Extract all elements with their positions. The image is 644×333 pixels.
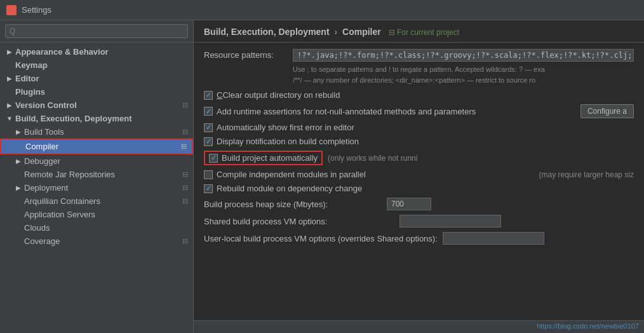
checkbox-build-auto[interactable] — [209, 154, 218, 163]
arrow-placeholder — [14, 170, 23, 179]
sidebar-item-deployment[interactable]: Deployment ⊟ — [0, 181, 193, 194]
checkbox-clear-output[interactable] — [204, 91, 213, 100]
sidebar-item-app-servers[interactable]: Application Servers — [0, 208, 193, 221]
checkbox-row-clear-output: CClear output directory on rebuild — [204, 90, 634, 100]
sync-icon: ⊟ — [182, 237, 188, 245]
checkbox-label-show-first-error: Automatically show first error in editor — [217, 123, 354, 132]
sidebar-item-label: Build, Execution, Deployment — [15, 114, 188, 123]
breadcrumb: Build, Execution, Deployment — [204, 27, 330, 37]
sidebar-item-label: Debugger — [24, 156, 188, 166]
sidebar-item-label: Arquillian Containers — [24, 196, 182, 206]
arrow-icon — [5, 101, 14, 110]
sidebar-item-label: Editor — [15, 74, 188, 83]
configure-button[interactable]: Configure a — [580, 104, 634, 118]
sidebar-item-editor[interactable]: Editor — [0, 72, 193, 85]
checkbox-row-show-first-error: Automatically show first error in editor — [204, 123, 634, 132]
vm-label: Shared build process VM options: — [204, 217, 394, 226]
hint-text-1: Use ; to separate patterns and ! to nega… — [293, 64, 634, 85]
compile-parallel-sidenote: (may require larger heap siz — [539, 170, 634, 179]
search-input[interactable] — [5, 24, 188, 38]
resource-patterns-label: Resource patterns: — [204, 49, 293, 60]
sidebar-item-arquillian[interactable]: Arquillian Containers ⊟ — [0, 194, 193, 208]
checkbox-row-compile-parallel: Compile independent modules in parallel … — [204, 170, 634, 179]
arrow-placeholder — [5, 88, 14, 97]
sidebar-item-appearance[interactable]: Appearance & Behavior — [0, 45, 193, 58]
checkbox-row-runtime-assertions: Add runtime assertions for not-null-anno… — [204, 104, 634, 118]
heap-label: Build process heap size (Mbytes): — [204, 200, 382, 209]
status-bar: https://blog.csdn.net/newbie0107 — [194, 320, 644, 333]
user-vm-input[interactable] — [443, 232, 544, 245]
sidebar-item-label: Clouds — [24, 223, 188, 233]
sidebar-item-plugins[interactable]: Plugins — [0, 85, 193, 99]
project-note: ⊟ For current project — [389, 28, 459, 37]
sidebar-item-coverage[interactable]: Coverage ⊟ — [0, 234, 193, 248]
build-auto-sidenote: (only works while not runni — [328, 154, 417, 163]
arrow-placeholder — [15, 142, 24, 151]
arrow-icon — [14, 128, 23, 137]
breadcrumb-separator: › — [334, 27, 337, 37]
checkbox-compile-parallel[interactable] — [204, 170, 213, 179]
resource-patterns-input[interactable]: !?*.java;!?*.form;!?*.class;!?*.groovy;!… — [293, 49, 634, 62]
sync-icon: ⊟ — [182, 170, 188, 179]
checkbox-show-first-error[interactable] — [204, 123, 213, 132]
checkbox-label-runtime-assertions: Add runtime assertions for not-null-anno… — [217, 107, 476, 116]
checkbox-rebuild-module[interactable] — [204, 184, 213, 193]
arrow-placeholder — [14, 224, 23, 233]
sidebar-item-label: Version Control — [15, 100, 182, 110]
sidebar-item-label: Appearance & Behavior — [15, 47, 188, 57]
arrow-icon — [14, 157, 23, 166]
sync-icon: ⊟ — [182, 128, 188, 136]
checkbox-runtime-assertions[interactable] — [204, 107, 213, 116]
checkbox-label-build-auto: Build project automatically — [222, 153, 318, 163]
sidebar-item-version-control[interactable]: Version Control ⊟ — [0, 99, 193, 112]
checkbox-row-display-notification: Display notification on build completion — [204, 137, 634, 146]
sidebar-item-compiler[interactable]: Compiler ⊟ — [0, 139, 193, 154]
checkbox-row-rebuild-module: Rebuild module on dependency change — [204, 184, 634, 193]
resource-patterns-row: Resource patterns: !?*.java;!?*.form;!?*… — [204, 49, 634, 62]
checkbox-label-clear-output: CClear output directory on rebuild — [217, 90, 340, 100]
arrow-icon — [14, 184, 23, 193]
checkbox-row-build-auto: Build project automatically (only works … — [204, 151, 634, 165]
right-panel: Build, Execution, Deployment › Compiler … — [194, 20, 644, 333]
user-vm-label: User-local build process VM options (ove… — [204, 234, 438, 243]
sync-icon: ⊟ — [182, 101, 188, 109]
sidebar-item-keymap[interactable]: Keymap — [0, 58, 193, 72]
sidebar-item-build-exec[interactable]: Build, Execution, Deployment — [0, 112, 193, 125]
main-content: Appearance & Behavior Keymap Editor Plug… — [0, 20, 644, 333]
checkbox-label-compile-parallel: Compile independent modules in parallel — [217, 170, 366, 179]
checkbox-label-rebuild-module: Rebuild module on dependency change — [217, 184, 362, 193]
sidebar-item-label: Compiler — [25, 142, 181, 151]
heap-row: Build process heap size (Mbytes): — [204, 198, 634, 210]
checkbox-label-display-notification: Display notification on build completion — [217, 137, 359, 146]
sidebar: Appearance & Behavior Keymap Editor Plug… — [0, 20, 194, 333]
sidebar-item-label: Remote Jar Repositories — [24, 170, 182, 179]
sidebar-item-clouds[interactable]: Clouds — [0, 221, 193, 234]
status-url: https://blog.csdn.net/newbie0107 — [537, 322, 639, 330]
arrow-placeholder — [14, 197, 23, 206]
sidebar-item-debugger[interactable]: Debugger — [0, 154, 193, 168]
arrow-icon — [5, 48, 14, 57]
vm-input[interactable] — [399, 215, 501, 228]
sidebar-item-label: Build Tools — [24, 127, 182, 137]
arrow-placeholder — [5, 61, 14, 70]
title-bar-text: Settings — [22, 5, 51, 15]
sync-icon: ⊟ — [182, 184, 188, 192]
checkbox-display-notification[interactable] — [204, 137, 213, 146]
panel-title: Build, Execution, Deployment › Compiler … — [204, 27, 459, 37]
sidebar-item-label: Keymap — [15, 60, 188, 70]
heap-input[interactable] — [387, 198, 431, 210]
vm-row: Shared build process VM options: — [204, 215, 634, 228]
arrow-icon — [5, 114, 14, 123]
sync-icon: ⊟ — [181, 142, 187, 151]
panel-body: Resource patterns: !?*.java;!?*.form;!?*… — [194, 43, 644, 320]
arrow-placeholder — [14, 237, 23, 246]
user-vm-row: User-local build process VM options (ove… — [204, 232, 634, 245]
title-bar: Settings — [0, 0, 644, 20]
sidebar-item-label: Plugins — [15, 87, 188, 97]
sidebar-item-remote-jar[interactable]: Remote Jar Repositories ⊟ — [0, 168, 193, 181]
sidebar-items: Appearance & Behavior Keymap Editor Plug… — [0, 43, 193, 333]
panel-header: Build, Execution, Deployment › Compiler … — [194, 20, 644, 43]
arrow-icon — [5, 74, 14, 83]
sidebar-item-label: Application Servers — [24, 210, 188, 219]
sidebar-item-build-tools[interactable]: Build Tools ⊟ — [0, 125, 193, 139]
